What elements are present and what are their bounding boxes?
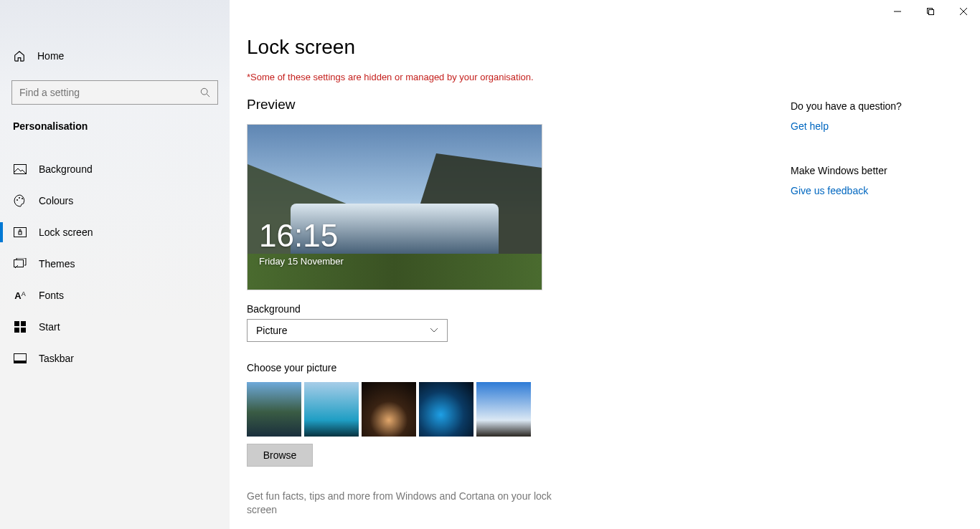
sidebar-item-taskbar[interactable]: Taskbar xyxy=(0,343,230,374)
svg-rect-9 xyxy=(14,260,24,267)
themes-icon xyxy=(13,258,27,270)
background-label: Background xyxy=(247,303,963,315)
sidebar-item-start[interactable]: Start xyxy=(0,311,230,343)
svg-rect-10 xyxy=(14,321,19,326)
nav-list: Background Colours Lock screen Themes AA… xyxy=(0,153,230,374)
help-sidebar: Do you have a question? Get help Make Wi… xyxy=(791,100,963,196)
browse-button[interactable]: Browse xyxy=(247,444,313,467)
choose-picture-label: Choose your picture xyxy=(247,362,963,373)
sidebar-item-label: Lock screen xyxy=(39,227,93,238)
search-box[interactable] xyxy=(11,80,218,105)
svg-point-2 xyxy=(201,88,207,95)
home-icon xyxy=(13,49,26,62)
picture-thumbnails xyxy=(247,382,963,437)
svg-rect-11 xyxy=(21,321,26,326)
sidebar: Home Personalisation Background Colours … xyxy=(0,0,230,529)
section-title: Personalisation xyxy=(0,105,230,138)
preview-time: 16:15 xyxy=(259,218,338,254)
sidebar-item-label: Fonts xyxy=(39,290,64,301)
feedback-link[interactable]: Give us feedback xyxy=(791,185,963,196)
spotlight-hint: Get fun facts, tips and more from Window… xyxy=(247,490,555,517)
svg-point-5 xyxy=(19,197,20,199)
page-title: Lock screen xyxy=(247,36,963,59)
svg-rect-8 xyxy=(19,232,22,234)
svg-rect-12 xyxy=(14,328,19,333)
sidebar-item-themes[interactable]: Themes xyxy=(0,248,230,280)
picture-thumb-5[interactable] xyxy=(476,382,531,437)
svg-rect-7 xyxy=(14,228,27,237)
fonts-icon: AA xyxy=(13,290,27,301)
search-icon xyxy=(200,87,210,97)
sidebar-item-fonts[interactable]: AA Fonts xyxy=(0,280,230,311)
svg-rect-13 xyxy=(21,328,26,333)
sidebar-item-label: Themes xyxy=(39,258,75,270)
svg-point-4 xyxy=(17,199,18,201)
org-warning: *Some of these settings are hidden or ma… xyxy=(247,72,963,82)
sidebar-item-label: Colours xyxy=(39,195,73,206)
get-help-link[interactable]: Get help xyxy=(791,120,963,132)
palette-icon xyxy=(13,194,27,207)
sidebar-item-colours[interactable]: Colours xyxy=(0,185,230,216)
sidebar-item-label: Taskbar xyxy=(39,353,74,364)
home-label: Home xyxy=(37,50,64,62)
background-value: Picture xyxy=(256,325,288,336)
improve-heading: Make Windows better xyxy=(791,165,963,176)
sidebar-item-label: Background xyxy=(39,163,93,175)
lock-screen-preview: 16:15 Friday 15 November xyxy=(247,124,542,290)
sidebar-item-lock-screen[interactable]: Lock screen xyxy=(0,216,230,248)
picture-thumb-3[interactable] xyxy=(362,382,416,437)
picture-thumb-1[interactable] xyxy=(247,382,301,437)
picture-thumb-4[interactable] xyxy=(419,382,473,437)
sidebar-item-background[interactable]: Background xyxy=(0,153,230,185)
picture-icon xyxy=(13,164,27,174)
taskbar-icon xyxy=(13,353,27,363)
preview-date: Friday 15 November xyxy=(259,256,344,267)
search-input[interactable] xyxy=(19,87,200,98)
picture-thumb-2[interactable] xyxy=(304,382,359,437)
lock-screen-icon xyxy=(13,227,27,237)
home-link[interactable]: Home xyxy=(0,40,230,72)
search-container xyxy=(11,80,218,105)
question-heading: Do you have a question? xyxy=(791,100,963,112)
sidebar-item-label: Start xyxy=(39,321,60,333)
svg-point-6 xyxy=(22,198,23,199)
main-content: Lock screen *Some of these settings are … xyxy=(230,0,980,529)
svg-rect-15 xyxy=(14,361,27,363)
background-select[interactable]: Picture xyxy=(247,319,448,342)
chevron-down-icon xyxy=(430,328,438,333)
start-icon xyxy=(13,321,27,333)
